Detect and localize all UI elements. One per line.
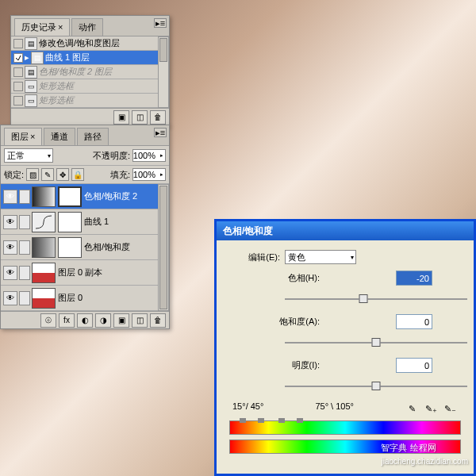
tab-history[interactable]: 历史记录× <box>14 18 70 36</box>
layer-row[interactable]: 👁曲线 1 <box>1 209 158 235</box>
tab-actions[interactable]: 动作 <box>71 18 103 36</box>
panel-menu-icon[interactable]: ▸≡ <box>154 128 167 137</box>
layer-row[interactable]: 👁色相/饱和度 <box>1 235 158 260</box>
edit-select[interactable]: 黄色 <box>285 250 356 264</box>
blend-mode-select[interactable]: 正常 <box>4 148 53 163</box>
layer-row[interactable]: 👁图层 0 <box>1 286 158 311</box>
layer-icon: ▤ <box>25 66 37 79</box>
fill-input[interactable]: 100% <box>132 168 166 181</box>
scrollbar-vertical[interactable] <box>158 36 169 108</box>
range-marker[interactable] <box>240 418 246 423</box>
eyedropper-plus-icon[interactable]: ✎₊ <box>424 401 439 416</box>
visibility-icon[interactable]: 👁 <box>3 190 17 204</box>
opacity-input[interactable]: 100% <box>132 149 166 162</box>
range-marker[interactable] <box>258 418 264 423</box>
lock-position-icon[interactable]: ✥ <box>56 168 69 181</box>
layer-options-row: 正常 不透明度: 100% <box>1 146 169 166</box>
layer-mask[interactable] <box>58 186 82 207</box>
pointer-icon: ▸ <box>25 52 29 63</box>
scrollbar-thumb[interactable] <box>159 38 167 62</box>
layer-row[interactable]: 👁图层 0 副本 <box>1 260 158 286</box>
layer-thumbnail[interactable] <box>32 263 56 283</box>
history-item[interactable]: ▭矩形选框 <box>11 79 158 94</box>
lock-all-icon[interactable]: 🔒 <box>71 168 84 181</box>
marquee-icon: ▭ <box>25 80 37 93</box>
hue-range-bar-top[interactable] <box>229 420 461 435</box>
new-document-icon[interactable]: ◫ <box>132 110 148 125</box>
trash-icon[interactable]: 🗑 <box>150 110 166 125</box>
lock-transparency-icon[interactable]: ▨ <box>26 168 39 181</box>
history-item[interactable]: ▤色相/饱和度 2 图层 <box>11 65 158 79</box>
lightness-input[interactable]: 0 <box>396 358 432 373</box>
layer-icon: ▤ <box>25 37 37 50</box>
new-snapshot-icon[interactable]: ▣ <box>113 110 129 125</box>
lock-pixels-icon[interactable]: ✎ <box>41 168 54 181</box>
link-layers-icon[interactable]: ⦾ <box>40 313 56 328</box>
lightness-label: 明度(I): <box>229 359 324 371</box>
lightness-slider[interactable] <box>285 379 467 393</box>
tab-layers[interactable]: 图层× <box>4 128 42 145</box>
history-tabs: 历史记录× 动作 ▸≡ <box>11 16 169 36</box>
layer-name[interactable]: 色相/饱和度 <box>84 241 130 253</box>
eyedropper-minus-icon[interactable]: ✎₋ <box>443 401 458 416</box>
slider-thumb[interactable] <box>372 382 381 390</box>
history-checkbox[interactable] <box>13 67 23 77</box>
range-marker[interactable] <box>278 418 285 423</box>
saturation-input[interactable]: 0 <box>396 314 432 329</box>
layer-thumbnail[interactable] <box>32 212 56 232</box>
link-cell[interactable] <box>19 291 30 305</box>
panel-menu-icon[interactable]: ▸≡ <box>154 18 167 28</box>
tab-channels[interactable]: 通道 <box>44 128 75 145</box>
visibility-icon[interactable]: 👁 <box>3 240 17 255</box>
close-icon[interactable]: × <box>30 132 35 141</box>
history-item[interactable]: ▸▤曲线 1 图层 <box>11 51 158 65</box>
layer-thumbnail[interactable] <box>32 288 56 309</box>
layer-group-icon[interactable]: ▣ <box>113 313 129 328</box>
new-layer-icon[interactable]: ◫ <box>132 313 148 328</box>
slider-thumb[interactable] <box>359 294 367 303</box>
layer-lock-row: 锁定: ▨ ✎ ✥ 🔒 填充: 100% <box>1 166 169 184</box>
link-cell[interactable] <box>19 190 30 204</box>
layer-name[interactable]: 色相/饱和度 2 <box>84 190 137 202</box>
scrollbar-thumb[interactable] <box>159 186 167 309</box>
link-cell[interactable] <box>19 215 30 229</box>
range-marker[interactable] <box>297 418 303 423</box>
close-icon[interactable]: × <box>58 22 63 32</box>
visibility-icon[interactable]: 👁 <box>3 215 17 229</box>
adjustment-layer-icon[interactable]: ◑ <box>95 313 111 328</box>
hue-label: 色相(H): <box>229 272 324 284</box>
layers-tabs: 图层× 通道 路径 ▸≡ <box>1 125 169 146</box>
layer-name[interactable]: 图层 0 <box>58 292 83 304</box>
slider-thumb[interactable] <box>372 338 381 347</box>
history-checkbox[interactable] <box>13 39 23 48</box>
layer-thumbnail[interactable] <box>32 186 56 207</box>
layer-name[interactable]: 图层 0 副本 <box>58 267 102 278</box>
saturation-label: 饱和度(A): <box>229 316 324 328</box>
eyedropper-icon[interactable]: ✎ <box>405 401 420 416</box>
link-cell[interactable] <box>19 240 30 255</box>
layer-mask-icon[interactable]: ◐ <box>77 313 93 328</box>
layer-mask[interactable] <box>58 237 82 258</box>
history-checkbox[interactable] <box>13 82 23 91</box>
scrollbar-vertical[interactable] <box>158 184 169 311</box>
layer-name[interactable]: 曲线 1 <box>84 216 109 228</box>
layer-row[interactable]: 👁色相/饱和度 2 <box>1 184 158 209</box>
tab-paths[interactable]: 路径 <box>77 128 109 145</box>
history-item[interactable]: ▤修改色调/饱和度图层 <box>11 36 158 51</box>
visibility-icon[interactable]: 👁 <box>3 291 17 305</box>
saturation-slider[interactable] <box>285 336 467 350</box>
hue-slider[interactable] <box>285 292 467 306</box>
layer-style-icon[interactable]: fx <box>59 313 75 328</box>
layer-mask[interactable] <box>58 212 82 232</box>
layer-thumbnail[interactable] <box>32 237 56 258</box>
visibility-icon[interactable]: 👁 <box>3 266 17 280</box>
angle-left: 15°/ 45° <box>232 401 263 416</box>
history-checkbox[interactable] <box>13 96 23 106</box>
link-cell[interactable] <box>19 266 30 280</box>
watermark-text: 智字典 绘程网 <box>381 443 436 452</box>
hue-input[interactable]: -20 <box>396 271 432 286</box>
history-item[interactable]: ▭矩形选框 <box>11 94 158 108</box>
history-checkbox[interactable] <box>13 53 23 63</box>
marquee-icon: ▭ <box>25 94 37 107</box>
delete-layer-icon[interactable]: 🗑 <box>150 313 166 328</box>
